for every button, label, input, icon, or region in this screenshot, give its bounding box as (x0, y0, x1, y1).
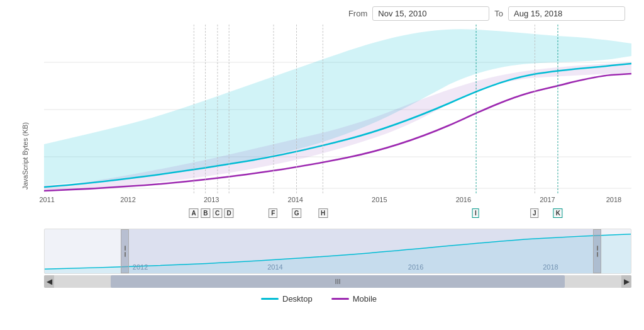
chart-area: 500 0 (44, 25, 631, 288)
x-tick-2011: 2011 (39, 196, 54, 203)
overview-chart: 2012 2014 2016 2018 (44, 229, 631, 274)
x-axis: 2011 2012 2013 2014 2015 2016 2017 2018 (44, 196, 631, 206)
chart-wrapper: JavaScript Bytes (KB) 500 0 (6, 25, 631, 288)
overview-svg (45, 229, 631, 273)
x-tick-2012: 2012 (120, 196, 135, 203)
from-label: From (348, 9, 367, 18)
desktop-legend-label: Desktop (282, 294, 313, 304)
annotation-J[interactable]: J (530, 208, 539, 218)
scrollbar-thumb[interactable]: III (111, 275, 565, 288)
annotation-F[interactable]: F (269, 208, 277, 218)
x-tick-2017: 2017 (540, 196, 555, 203)
chart-legend: Desktop Mobile (6, 294, 631, 304)
annotation-D[interactable]: D (225, 208, 234, 218)
annotation-C[interactable]: C (213, 208, 222, 218)
scrollbar-track[interactable]: III (54, 275, 621, 288)
x-tick-2015: 2015 (372, 196, 387, 203)
date-range-header: From To (6, 6, 631, 21)
page-container: From To JavaScript Bytes (KB) (0, 0, 644, 330)
main-chart-svg: 500 0 (44, 25, 631, 195)
to-label: To (494, 9, 503, 18)
chart-main: JavaScript Bytes (KB) 500 0 (6, 25, 631, 288)
annotation-A[interactable]: A (189, 208, 199, 218)
scroll-right-arrow[interactable]: ▶ (621, 275, 631, 288)
to-date-input[interactable] (508, 6, 625, 21)
mobile-legend-line (331, 298, 349, 300)
y-axis-label: JavaScript Bytes (KB) (6, 25, 44, 288)
annotation-row: A B C D F G H I J (44, 206, 631, 229)
annotation-K[interactable]: K (553, 208, 563, 218)
from-date-input[interactable] (372, 6, 489, 21)
overview-left-handle[interactable] (121, 229, 129, 273)
mobile-legend-label: Mobile (353, 294, 377, 304)
legend-mobile: Mobile (331, 294, 377, 304)
scroll-label: III (335, 278, 340, 285)
annotation-G[interactable]: G (292, 208, 302, 218)
x-tick-2014: 2014 (288, 196, 303, 203)
x-tick-2016: 2016 (456, 196, 471, 203)
scroll-left-arrow[interactable]: ◀ (44, 275, 54, 288)
legend-desktop: Desktop (261, 294, 313, 304)
annotation-B[interactable]: B (201, 208, 210, 218)
x-tick-2013: 2013 (204, 196, 219, 203)
annotation-H[interactable]: H (318, 208, 328, 218)
annotation-I[interactable]: I (472, 208, 479, 218)
desktop-legend-line (261, 298, 279, 300)
scrollbar[interactable]: ◀ III ▶ (44, 275, 631, 288)
overview-right-handle[interactable] (593, 229, 601, 273)
x-tick-2018: 2018 (606, 196, 621, 203)
